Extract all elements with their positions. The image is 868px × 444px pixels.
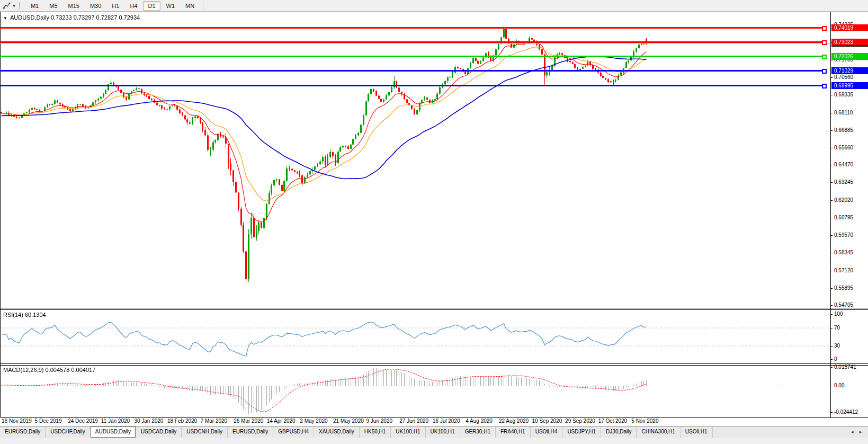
- tab-eurusd-daily-5[interactable]: EURUSD,Daily: [228, 427, 273, 438]
- tab-audusd-daily-2[interactable]: AUDUSD,Daily: [91, 427, 136, 438]
- rsi-label: RSI(14) 60.1304: [3, 312, 46, 318]
- tab-scroll-left-icon[interactable]: ◄: [850, 430, 854, 434]
- rsi-axis-tick: [830, 314, 833, 315]
- date-label: 14 Apr 2020: [267, 418, 296, 424]
- level-badge-resistance-1: 0.74019: [831, 24, 868, 31]
- dropdown-caret-icon[interactable]: ▼: [12, 4, 16, 8]
- level-line-support-1[interactable]: [0, 70, 822, 72]
- level-badge-resistance-2: 0.73023: [831, 39, 868, 46]
- y-axis-tick: [830, 95, 833, 95]
- level-badge-support-2: 0.69995: [831, 82, 868, 89]
- date-label: 5 Dec 2019: [35, 418, 62, 424]
- date-label: 10 Sep 2020: [532, 418, 562, 424]
- tf-button-M30[interactable]: M30: [85, 1, 106, 11]
- y-axis-tick: [830, 148, 833, 148]
- tab-fra40-h1-12[interactable]: FRA40,H1: [496, 427, 531, 438]
- y-axis-tick-label: 0.68110: [834, 110, 853, 116]
- y-axis-tick: [830, 218, 833, 218]
- tab-xauusd-daily-7[interactable]: XAUUSD,Daily: [314, 427, 360, 438]
- chart-left-border: [0, 12, 1, 418]
- date-label: 5 Nov 2020: [631, 418, 658, 424]
- rsi-panel-canvas[interactable]: [0, 310, 830, 363]
- tab-usoil-h1-17[interactable]: USOil,H1: [681, 427, 713, 438]
- toolbar-separator: [203, 2, 203, 10]
- mt4-window: ▼ M1M5M15M30H1H4D1W1MN ▼AUDUSD,Daily 0.7…: [0, 0, 868, 444]
- macd-axis-label: -0.024412: [834, 409, 858, 415]
- y-axis-tick-label: 0.59570: [834, 232, 853, 238]
- date-label: 30 Jan 2020: [134, 418, 163, 424]
- rsi-axis-label: 0: [834, 356, 837, 362]
- tab-gbpusd-h4-6[interactable]: GBPUSD,H4: [273, 427, 314, 438]
- tf-button-H1[interactable]: H1: [107, 1, 124, 11]
- y-axis-tick-label: 0.57120: [834, 268, 853, 273]
- date-label: 9 Jun 2020: [366, 418, 393, 424]
- tab-usoil-h4-13[interactable]: USOil,H4: [531, 427, 563, 438]
- level-handle-pivot[interactable]: [822, 55, 827, 59]
- tab-eurusd-daily-0[interactable]: EURUSD,Daily: [0, 427, 46, 438]
- level-handle-support-1[interactable]: [822, 69, 827, 74]
- date-label: 29 Sep 2020: [565, 418, 595, 424]
- macd-bottom-border: [0, 417, 868, 418]
- macd-axis-tick: [830, 386, 833, 386]
- date-label: 21 May 2020: [333, 418, 364, 424]
- collapse-triangle-icon[interactable]: ▼: [3, 16, 7, 21]
- y-axis-tick-label: 0.58345: [834, 250, 853, 255]
- date-label: 11 Jan 2020: [101, 418, 130, 424]
- tf-button-D1[interactable]: D1: [143, 1, 160, 11]
- tab-uk100-h1-10[interactable]: UK100,H1: [426, 427, 460, 438]
- tab-china300-h1-16[interactable]: CHINA300,H1: [637, 427, 680, 438]
- tf-button-H4[interactable]: H4: [125, 1, 142, 11]
- level-handle-resistance-2[interactable]: [822, 40, 827, 45]
- y-axis-tick-label: 0.69335: [834, 92, 853, 97]
- tab-usdcad-daily-3[interactable]: USDCAD,Daily: [136, 427, 182, 438]
- date-label: 7 Mar 2020: [201, 418, 228, 424]
- tf-button-W1[interactable]: W1: [162, 1, 180, 11]
- tab-usdchf-daily-1[interactable]: USDCHF,Daily: [46, 427, 91, 438]
- crosshair-line-icon: [3, 2, 11, 10]
- level-handle-support-2[interactable]: [822, 84, 827, 88]
- toolbar-grip[interactable]: [19, 2, 22, 10]
- tf-button-M5[interactable]: M5: [44, 1, 62, 11]
- y-axis-tick: [830, 305, 833, 306]
- y-axis-tick-label: 0.64470: [834, 162, 853, 167]
- rsi-axis-tick: [830, 346, 833, 347]
- tab-dj30-daily-15[interactable]: DJ30,Daily: [601, 427, 637, 438]
- level-line-resistance-1[interactable]: [0, 27, 822, 29]
- y-axis-tick-label: 0.60795: [834, 215, 853, 220]
- chart-title: ▼AUDUSD,Daily 0.73233 0.73297 0.72827 0.…: [3, 14, 140, 21]
- y-axis-tick-label: 0.54705: [834, 302, 853, 308]
- date-label: 17 Oct 2020: [598, 418, 627, 424]
- date-label: 26 Mar 2020: [234, 418, 263, 424]
- tab-usdjpy-h1-14[interactable]: USDJPY,H1: [562, 427, 601, 438]
- tab-ger30-h1-11[interactable]: GER30,H1: [460, 427, 496, 438]
- macd-label: MACD(12,26,9) 0.004578 0.004017: [3, 367, 95, 373]
- level-line-support-2[interactable]: [0, 85, 822, 86]
- tab-uk100-h1-9[interactable]: UK100,H1: [391, 427, 425, 438]
- y-axis-tick: [830, 235, 833, 236]
- level-line-resistance-2[interactable]: [0, 41, 822, 43]
- macd-axis-label: 0.015741: [834, 364, 856, 370]
- tf-button-M15[interactable]: M15: [64, 1, 84, 11]
- date-label: 18 Feb 2020: [167, 418, 197, 424]
- y-axis-tick: [830, 130, 833, 131]
- level-line-pivot[interactable]: [0, 56, 822, 57]
- macd-axis-label: 0.00: [834, 383, 844, 388]
- date-label: 16 Jul 2020: [433, 418, 460, 424]
- y-axis-tick-label: 0.55895: [834, 285, 853, 291]
- date-label: 2 May 2020: [300, 418, 327, 424]
- tab-scroll-right-icon[interactable]: ►: [858, 430, 863, 434]
- y-axis-tick: [830, 113, 833, 113]
- level-badge-pivot: 0.72026: [831, 53, 868, 60]
- y-axis-tick: [830, 77, 833, 78]
- cursor-tool-icon[interactable]: ▼: [2, 2, 17, 10]
- tf-button-MN[interactable]: MN: [181, 1, 199, 11]
- y-axis-tick: [830, 288, 833, 289]
- macd-axis-tick: [830, 367, 833, 368]
- macd-panel-canvas[interactable]: [0, 366, 830, 417]
- level-handle-resistance-1[interactable]: [822, 26, 827, 31]
- level-badge-support-1: 0.71029: [831, 67, 868, 74]
- y-axis-tick: [830, 182, 833, 183]
- tab-hk50-h1-8[interactable]: HK50,H1: [360, 427, 391, 438]
- tab-usdcnh-daily-4[interactable]: USDCNH,Daily: [182, 427, 228, 438]
- tf-button-M1[interactable]: M1: [26, 1, 43, 11]
